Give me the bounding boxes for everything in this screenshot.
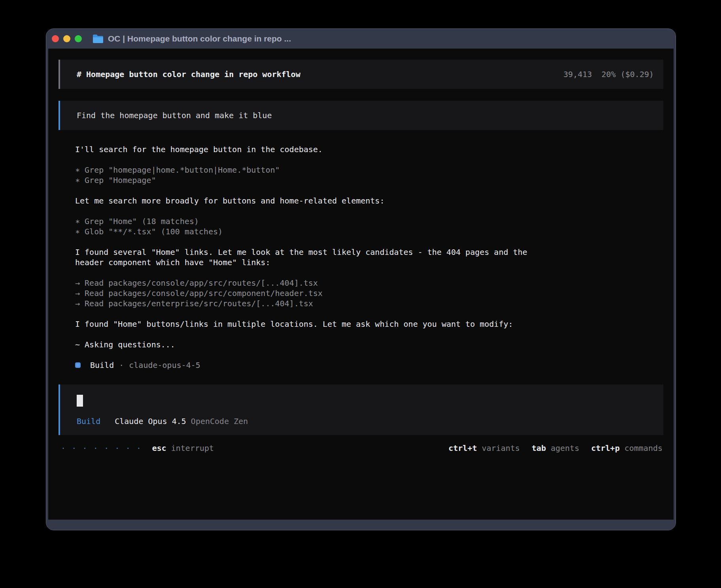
- window-title: OC | Homepage button color change in rep…: [108, 34, 291, 43]
- session-stats: 39,413 20% ($0.29): [563, 69, 654, 79]
- shortcut-interrupt: esc interrupt: [152, 443, 214, 453]
- assistant-text-line: I'll search for the homepage button in t…: [75, 144, 550, 155]
- input-provider-label: OpenCode Zen: [191, 416, 248, 426]
- tool-call-grep: ∗ Grep "homepage|home.*button|Home.*butt…: [75, 165, 550, 175]
- agent-build-icon: [75, 362, 81, 368]
- folder-icon: [92, 34, 104, 43]
- session-header: # Homepage button color change in repo w…: [59, 60, 663, 89]
- footer-right: ctrl+t variants tab agents ctrl+p comman…: [448, 443, 662, 453]
- shortcut-agents: tab agents: [532, 443, 579, 453]
- close-button[interactable]: [52, 35, 59, 42]
- prompt-input[interactable]: Build Claude Opus 4.5 OpenCode Zen: [59, 384, 663, 435]
- titlebar: OC | Homepage button color change in rep…: [46, 29, 676, 49]
- shortcut-label: agents: [551, 443, 579, 453]
- footer-left: · · · · · · · · esc interrupt: [61, 443, 214, 453]
- shortcut-label: variants: [482, 443, 520, 453]
- footer-hints: · · · · · · · · esc interrupt ctrl+t var…: [59, 443, 663, 453]
- window-bottom-bezel: [46, 520, 676, 530]
- window-controls: [52, 35, 82, 42]
- agent-status-line: Build · claude-opus-4-5: [75, 360, 663, 370]
- shortcut-variants: ctrl+t variants: [448, 443, 520, 453]
- assistant-transcript: I'll search for the homepage button in t…: [59, 144, 663, 370]
- context-usage-cost: 20% ($0.29): [602, 69, 654, 79]
- user-message: Find the homepage button and make it blu…: [59, 101, 663, 130]
- user-message-text: Find the homepage button and make it blu…: [77, 111, 272, 120]
- token-count: 39,413: [563, 69, 592, 79]
- shortcut-key: ctrl+p: [591, 443, 619, 453]
- input-mode-line: Build Claude Opus 4.5 OpenCode Zen: [77, 416, 654, 426]
- tool-call-read: → Read packages/enterprise/src/routes/[.…: [75, 298, 550, 309]
- text-cursor: [77, 395, 83, 407]
- mode-badge[interactable]: Build: [77, 416, 100, 426]
- assistant-text-line: Let me search more broadly for buttons a…: [75, 196, 550, 206]
- tool-call-read: → Read packages/console/app/src/componen…: [75, 288, 550, 298]
- shortcut-label: interrupt: [171, 443, 214, 453]
- tool-call-read: → Read packages/console/app/src/routes/[…: [75, 278, 550, 288]
- shortcut-commands: ctrl+p commands: [591, 443, 662, 453]
- tool-call-grep: ∗ Grep "Home" (18 matches): [75, 216, 550, 226]
- assistant-status-line: ~ Asking questions...: [75, 339, 550, 350]
- terminal-window: OC | Homepage button color change in rep…: [46, 28, 676, 530]
- model-name: claude-opus-4-5: [129, 360, 200, 370]
- agent-name: Build: [90, 360, 114, 370]
- tool-call-grep: ∗ Grep "Homepage": [75, 175, 550, 185]
- shortcut-key: tab: [532, 443, 546, 453]
- separator-dot: ·: [119, 360, 124, 370]
- input-model-label: Claude Opus 4.5: [115, 416, 186, 426]
- zoom-button[interactable]: [75, 35, 82, 42]
- spinner-dots-icon: · · · · · · · ·: [61, 443, 142, 453]
- assistant-text-line: I found several "Home" links. Let me loo…: [75, 247, 550, 268]
- session-title: # Homepage button color change in repo w…: [77, 69, 300, 79]
- minimize-button[interactable]: [63, 35, 70, 42]
- assistant-text-line: I found "Home" buttons/links in multiple…: [75, 319, 550, 329]
- terminal-content: # Homepage button color change in repo w…: [48, 49, 674, 520]
- shortcut-label: commands: [625, 443, 662, 453]
- tool-call-glob: ∗ Glob "**/*.tsx" (100 matches): [75, 226, 550, 237]
- shortcut-key: esc: [152, 443, 166, 453]
- shortcut-key: ctrl+t: [448, 443, 477, 453]
